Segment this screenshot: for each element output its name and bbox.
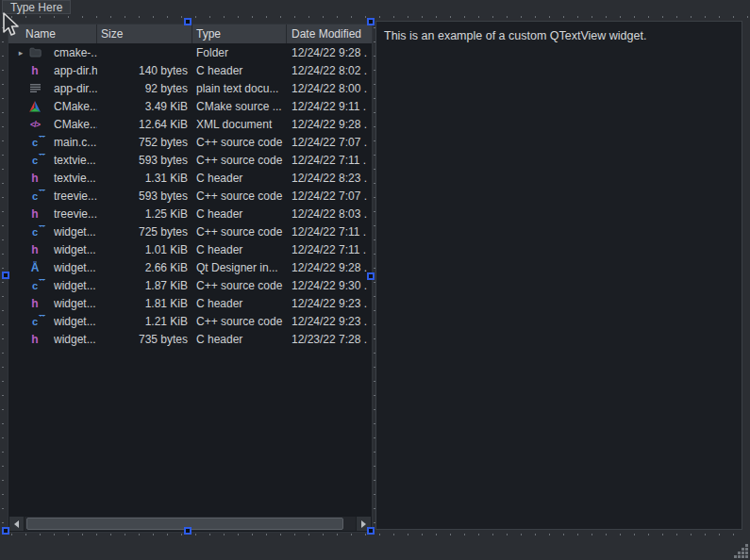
table-row[interactable]: h widget... 735 bytes C header 12/23/22 … bbox=[8, 330, 372, 348]
file-size: 1.25 KiB bbox=[97, 207, 192, 221]
file-type: C header bbox=[192, 333, 287, 346]
file-size: 735 bytes bbox=[97, 333, 192, 346]
file-type: C++ source code bbox=[192, 315, 287, 328]
table-row[interactable]: ▸ cmake-... Folder 12/24/22 9:28 . bbox=[8, 43, 372, 61]
file-type: C++ source code bbox=[192, 189, 287, 203]
cmake-icon bbox=[28, 100, 42, 113]
file-name: app-dir.h bbox=[54, 64, 97, 77]
table-row[interactable]: Å widget... 2.66 KiB Qt Designer in... 1… bbox=[8, 258, 372, 276]
table-row[interactable]: c++ treevie... 593 bytes C++ source code… bbox=[8, 187, 372, 205]
table-row[interactable]: h app-dir.h 140 bytes C header 12/24/22 … bbox=[8, 61, 372, 79]
column-header-date-modified[interactable]: Date Modified bbox=[287, 25, 372, 43]
scroll-left-button[interactable] bbox=[9, 517, 24, 531]
table-row[interactable]: h textvie... 1.31 KiB C header 12/24/22 … bbox=[8, 169, 372, 187]
file-type: C header bbox=[192, 172, 287, 185]
file-size: 1.31 KiB bbox=[97, 172, 192, 185]
file-date: 12/24/22 7:11 . bbox=[287, 225, 372, 239]
file-name: textvie... bbox=[54, 172, 96, 185]
file-type: C header bbox=[192, 243, 287, 256]
file-date: 12/24/22 8:03 . bbox=[287, 207, 372, 221]
c-header-icon: h bbox=[28, 64, 42, 77]
file-type: C++ source code bbox=[192, 225, 287, 239]
file-type: C++ source code bbox=[192, 279, 287, 292]
file-date: 12/24/22 8:23 . bbox=[287, 172, 372, 185]
file-size: 593 bytes bbox=[97, 189, 192, 203]
file-size: 140 bytes bbox=[97, 64, 192, 77]
file-size: 92 bytes bbox=[97, 82, 192, 95]
file-size: 2.66 KiB bbox=[97, 261, 192, 274]
selection-handle-right-middle[interactable] bbox=[367, 272, 375, 280]
file-name: textvie... bbox=[54, 154, 96, 167]
table-row[interactable]: c++ widget... 1.87 KiB C++ source code 1… bbox=[8, 276, 372, 294]
file-date: 12/24/22 9:28 . bbox=[287, 118, 372, 131]
expand-arrow-icon[interactable]: ▸ bbox=[13, 48, 28, 58]
file-tree-widget[interactable]: Name Size Type Date Modified ▸ cmake-...… bbox=[8, 24, 373, 533]
table-row[interactable]: app-dir.... 92 bytes plain text docu... … bbox=[8, 79, 372, 97]
file-size: 1.21 KiB bbox=[97, 315, 192, 328]
cpp-icon: c++ bbox=[28, 189, 42, 203]
c-header-icon: h bbox=[28, 333, 42, 346]
file-name: widget... bbox=[54, 243, 96, 256]
file-type: C header bbox=[192, 64, 287, 77]
column-header-name[interactable]: Name bbox=[8, 25, 97, 43]
selection-handle-bottom-left[interactable] bbox=[2, 527, 9, 535]
table-row[interactable]: </> CMake... 12.64 KiB XML document 12/2… bbox=[8, 115, 372, 133]
file-type: Folder bbox=[192, 46, 287, 59]
file-name: widget... bbox=[54, 225, 96, 239]
table-row[interactable]: c++ main.c... 752 bytes C++ source code … bbox=[8, 133, 372, 151]
file-date: 12/24/22 9:11 . bbox=[287, 100, 372, 113]
table-row[interactable]: h widget... 1.01 KiB C header 12/24/22 7… bbox=[8, 240, 372, 258]
file-type: C++ source code bbox=[192, 154, 287, 167]
folder-icon bbox=[28, 46, 42, 59]
table-row[interactable]: c++ textvie... 593 bytes C++ source code… bbox=[8, 151, 372, 169]
cpp-icon: c++ bbox=[28, 154, 42, 167]
file-date: 12/24/22 7:11 . bbox=[287, 154, 372, 167]
table-row[interactable]: c++ widget... 1.21 KiB C++ source code 1… bbox=[8, 312, 372, 330]
column-header-type[interactable]: Type bbox=[192, 25, 287, 43]
resize-grip[interactable] bbox=[734, 544, 749, 559]
file-date: 12/24/22 9:23 . bbox=[287, 297, 372, 310]
file-name: treevie... bbox=[54, 207, 97, 221]
file-name: main.c... bbox=[54, 136, 96, 149]
selection-handle-left-middle[interactable] bbox=[2, 272, 9, 279]
table-row[interactable]: h widget... 1.81 KiB C header 12/24/22 9… bbox=[8, 294, 372, 312]
file-type: CMake source ... bbox=[192, 100, 287, 113]
cpp-icon: c++ bbox=[28, 225, 42, 239]
tree-rows: ▸ cmake-... Folder 12/24/22 9:28 . h app… bbox=[8, 43, 372, 517]
selection-handle-bottom-right[interactable] bbox=[367, 527, 375, 535]
table-row[interactable]: c++ widget... 725 bytes C++ source code … bbox=[8, 222, 372, 240]
text-view-widget[interactable]: This is an example of a custom QTextView… bbox=[375, 21, 742, 530]
tree-header: Name Size Type Date Modified bbox=[8, 25, 372, 43]
xml-icon: </> bbox=[28, 118, 42, 131]
selection-handle-top-center[interactable] bbox=[184, 18, 192, 25]
file-size: 752 bytes bbox=[97, 136, 192, 149]
file-date: 12/24/22 7:07 . bbox=[287, 136, 372, 149]
c-header-icon: h bbox=[28, 172, 42, 185]
file-type: C header bbox=[192, 207, 287, 221]
file-name: widget... bbox=[54, 279, 96, 292]
file-name: widget... bbox=[54, 297, 96, 310]
file-type: Qt Designer in... bbox=[192, 261, 287, 274]
file-name: treevie... bbox=[54, 189, 97, 203]
file-name: widget... bbox=[54, 333, 96, 346]
c-header-icon: h bbox=[28, 243, 42, 256]
file-name: cmake-... bbox=[54, 46, 97, 59]
file-name: CMake... bbox=[54, 100, 97, 113]
table-row[interactable]: h treevie... 1.25 KiB C header 12/24/22 … bbox=[8, 205, 372, 222]
designer-form-window: Type Here Name Size Type Date Modified ▸… bbox=[0, 0, 750, 560]
table-row[interactable]: CMake... 3.49 KiB CMake source ... 12/24… bbox=[8, 97, 372, 115]
file-size: 593 bytes bbox=[97, 154, 192, 167]
file-type: C header bbox=[192, 297, 287, 310]
file-date: 12/24/22 9:28 . bbox=[287, 46, 372, 59]
file-type: XML document bbox=[192, 118, 287, 131]
mouse-cursor-icon bbox=[2, 12, 20, 38]
column-header-size[interactable]: Size bbox=[97, 25, 192, 43]
text-view-content: This is an example of a custom QTextView… bbox=[384, 29, 646, 42]
file-size: 725 bytes bbox=[97, 225, 192, 239]
selection-handle-top-right[interactable] bbox=[367, 18, 375, 25]
file-name: widget... bbox=[54, 261, 96, 274]
cpp-icon: c++ bbox=[28, 315, 42, 328]
selection-handle-bottom-center[interactable] bbox=[184, 527, 192, 535]
menu-bar: Type Here bbox=[0, 0, 750, 15]
file-type: plain text docu... bbox=[192, 82, 287, 95]
